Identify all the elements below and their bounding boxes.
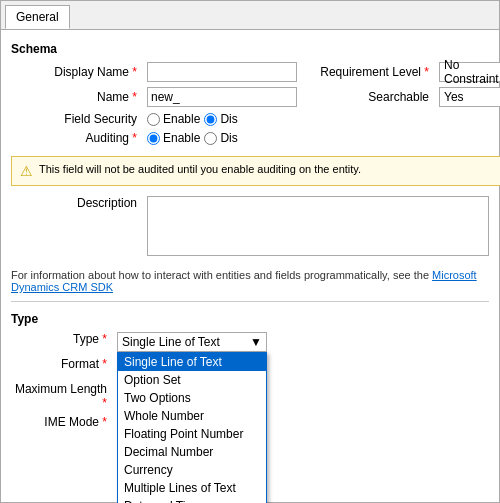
description-wrapper bbox=[147, 196, 489, 259]
max-length-label: Maximum Length * bbox=[11, 382, 111, 410]
display-name-required: * bbox=[132, 65, 137, 79]
type-option-decimal[interactable]: Decimal Number bbox=[118, 443, 266, 461]
type-form: Type * Single Line of Text ▼ Single Line… bbox=[11, 332, 489, 435]
tab-bar: General bbox=[1, 1, 499, 30]
warning-box: ⚠ This field will not be audited until y… bbox=[11, 156, 500, 186]
display-name-label: Display Name * bbox=[11, 65, 141, 79]
type-option-whole-number[interactable]: Whole Number bbox=[118, 407, 266, 425]
type-option-option-set[interactable]: Option Set bbox=[118, 371, 266, 389]
display-name-input[interactable] bbox=[147, 62, 297, 82]
max-length-required: * bbox=[102, 396, 107, 410]
type-option-date-time[interactable]: Date and Time bbox=[118, 497, 266, 503]
field-security-label: Field Security bbox=[11, 112, 141, 126]
type-option-two-options[interactable]: Two Options bbox=[118, 389, 266, 407]
field-security-radio-group: Enable Dis bbox=[147, 112, 297, 126]
type-section-title: Type bbox=[11, 312, 489, 326]
auditing-dis-radio[interactable] bbox=[204, 132, 217, 145]
field-security-dis-label[interactable]: Dis bbox=[204, 112, 237, 126]
description-label: Description bbox=[11, 196, 141, 210]
type-select[interactable]: Single Line of Text ▼ bbox=[117, 332, 267, 352]
name-required: * bbox=[132, 90, 137, 104]
field-security-enable-radio[interactable] bbox=[147, 113, 160, 126]
type-dropdown-list: Single Line of Text Option Set Two Optio… bbox=[117, 352, 267, 503]
auditing-label: Auditing * bbox=[11, 131, 141, 145]
auditing-dis-label[interactable]: Dis bbox=[204, 131, 237, 145]
ime-mode-required: * bbox=[102, 415, 107, 429]
ime-mode-label: IME Mode * bbox=[11, 415, 111, 429]
type-dropdown-arrow: ▼ bbox=[250, 335, 262, 349]
requirement-level-label: Requirement Level * bbox=[303, 65, 433, 79]
requirement-level-select[interactable]: No Constraint ▼ bbox=[439, 62, 500, 82]
auditing-enable-radio[interactable] bbox=[147, 132, 160, 145]
description-row: Description bbox=[11, 196, 489, 259]
format-label: Format * bbox=[11, 357, 111, 371]
type-option-floating-point[interactable]: Floating Point Number bbox=[118, 425, 266, 443]
auditing-enable-label[interactable]: Enable bbox=[147, 131, 200, 145]
type-section: Type Type * Single Line of Text ▼ Single… bbox=[11, 301, 489, 435]
content-area: Schema Display Name * Requirement Level … bbox=[1, 30, 499, 443]
schema-title: Schema bbox=[11, 42, 489, 56]
type-option-multiple-lines[interactable]: Multiple Lines of Text bbox=[118, 479, 266, 497]
format-required: * bbox=[102, 357, 107, 371]
type-option-single-line[interactable]: Single Line of Text bbox=[118, 353, 266, 371]
requirement-level-required: * bbox=[424, 65, 429, 79]
description-textarea[interactable] bbox=[147, 196, 489, 256]
searchable-label: Searchable bbox=[303, 90, 433, 104]
schema-form: Display Name * Requirement Level * No Co… bbox=[11, 62, 489, 192]
auditing-radio-group: Enable Dis bbox=[147, 131, 297, 145]
warning-icon: ⚠ bbox=[20, 163, 33, 179]
name-input[interactable] bbox=[147, 87, 297, 107]
searchable-select[interactable]: Yes ▼ bbox=[439, 87, 500, 107]
type-option-currency[interactable]: Currency bbox=[118, 461, 266, 479]
type-required: * bbox=[102, 332, 107, 346]
main-window: General Schema Display Name * Requiremen… bbox=[0, 0, 500, 503]
field-security-enable-label[interactable]: Enable bbox=[147, 112, 200, 126]
tab-general[interactable]: General bbox=[5, 5, 70, 29]
auditing-required: * bbox=[132, 131, 137, 145]
field-security-dis-radio[interactable] bbox=[204, 113, 217, 126]
warning-text: This field will not be audited until you… bbox=[39, 163, 361, 175]
name-label: Name * bbox=[11, 90, 141, 104]
type-label: Type * bbox=[11, 332, 111, 346]
type-dropdown-container: Single Line of Text ▼ Single Line of Tex… bbox=[117, 332, 267, 352]
info-text: For information about how to interact wi… bbox=[11, 265, 489, 297]
